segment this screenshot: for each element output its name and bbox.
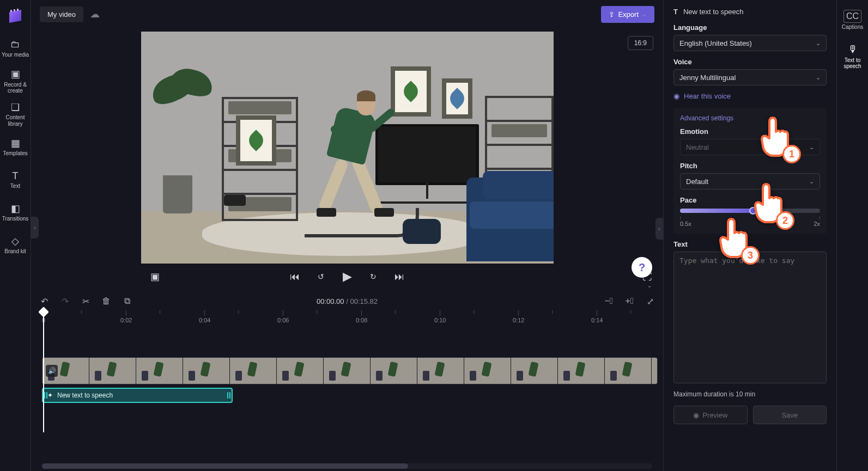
preview-label: Preview bbox=[702, 411, 727, 419]
panel-collapse-chevron[interactable]: ⌄ bbox=[641, 281, 658, 290]
text-to-speech-tab[interactable]: 🎙 Text to speech bbox=[837, 39, 869, 73]
tts-text-input[interactable] bbox=[673, 252, 827, 383]
clip-trim-handle-left[interactable] bbox=[43, 389, 48, 402]
rail-your-media[interactable]: 🗀Your media bbox=[0, 34, 31, 63]
rail-label: Content library bbox=[1, 114, 30, 127]
captions-tab[interactable]: CC Captions bbox=[837, 7, 869, 34]
topbar: My video ☁︎ ⇪ Export ⌄ bbox=[31, 0, 663, 28]
delete-button[interactable]: 🗑 bbox=[101, 296, 112, 307]
rail-label: Record & create bbox=[1, 82, 30, 94]
ruler-mark: 0:10 bbox=[434, 317, 446, 323]
timeline-tracks[interactable]: 🔊 ✦ New text to speech bbox=[31, 323, 663, 471]
language-value: English (United States) bbox=[679, 39, 752, 47]
video-clip[interactable]: 🔊 bbox=[42, 357, 658, 384]
svg-rect-1 bbox=[14, 9, 15, 11]
clip-audio-icon[interactable]: 🔊 bbox=[46, 365, 58, 377]
emotion-label: Emotion bbox=[680, 127, 820, 136]
preview-area: 16:9 bbox=[31, 28, 663, 292]
fit-timeline-button[interactable]: ⤢ bbox=[645, 296, 655, 307]
timeline-toolbar: ↶ ↷ ✂ 🗑 ⧉ 00:00.00 / 00:15.82 −⃝ +⃝ ⤢ bbox=[31, 292, 663, 310]
pace-min-label: 0.5x bbox=[680, 221, 691, 227]
redo-button[interactable]: ↷ bbox=[59, 296, 70, 307]
pitch-value: Default bbox=[686, 178, 708, 186]
autosave-icon: ☁︎ bbox=[90, 8, 100, 20]
voice-label: Voice bbox=[673, 58, 827, 66]
voice-select[interactable]: Jenny Multilingual ⌄ bbox=[673, 69, 827, 85]
transport-bar: ▣ ⏮ ↺ ▶ ↻ ⏭ ⛶ bbox=[31, 264, 663, 290]
left-rail: 🗀Your media ▣Record & create ❏Content li… bbox=[0, 0, 31, 471]
voice-value: Jenny Multilingual bbox=[679, 74, 736, 82]
rail-label: Your media bbox=[2, 52, 29, 58]
rail-label: Templates bbox=[3, 150, 28, 157]
help-button[interactable]: ? bbox=[632, 257, 652, 278]
chevron-down-icon: ⌄ bbox=[816, 40, 821, 47]
aspect-ratio-button[interactable]: 16:9 bbox=[628, 36, 653, 50]
app-logo-icon bbox=[7, 8, 23, 24]
chevron-down-icon: ⌄ bbox=[809, 178, 814, 185]
rewind-5-button[interactable]: ↺ bbox=[315, 271, 327, 283]
tts-panel-title: New text to speech bbox=[683, 8, 744, 16]
export-label: Export bbox=[618, 10, 639, 19]
folder-icon: 🗀 bbox=[10, 39, 20, 50]
save-label: Save bbox=[781, 411, 798, 419]
svg-rect-2 bbox=[17, 9, 19, 11]
zoom-in-button[interactable]: +⃝ bbox=[624, 296, 635, 307]
timeline-ruler[interactable]: 0 0:02 0:04 0:06 0:08 0:10 0:12 0:14 bbox=[31, 310, 663, 323]
max-duration-hint: Maximum duration is 10 min bbox=[673, 390, 827, 398]
zoom-out-button[interactable]: −⃝ bbox=[603, 296, 614, 307]
captions-icon: CC bbox=[843, 10, 861, 23]
annotation-badge-3: 3 bbox=[741, 246, 760, 265]
svg-rect-0 bbox=[10, 10, 12, 12]
far-right-rail: CC Captions 🎙 Text to speech bbox=[836, 0, 868, 471]
annotation-hand-3: 3 bbox=[713, 218, 753, 262]
language-select[interactable]: English (United States) ⌄ bbox=[673, 35, 827, 51]
rail-brand-kit[interactable]: ◇Brand kit bbox=[0, 230, 31, 260]
microphone-icon: 🎙 bbox=[846, 42, 860, 56]
right-panel-collapse-handle[interactable]: › bbox=[655, 218, 663, 240]
ruler-zero: 0 bbox=[42, 317, 45, 323]
ruler-mark: 0:02 bbox=[120, 317, 132, 323]
tts-clip-label: New text to speech bbox=[57, 392, 113, 399]
undo-button[interactable]: ↶ bbox=[39, 296, 50, 307]
annotation-hand-1: 1 bbox=[754, 117, 794, 161]
duplicate-button[interactable]: ⧉ bbox=[122, 296, 132, 307]
preview-button[interactable]: ◉ Preview bbox=[673, 406, 748, 424]
camera-icon: ▣ bbox=[11, 69, 20, 80]
tts-clip[interactable]: ✦ New text to speech bbox=[42, 388, 233, 403]
skip-next-button[interactable]: ⏭ bbox=[393, 271, 405, 283]
rail-transitions[interactable]: ◧Transitions bbox=[0, 198, 31, 227]
rail-label: Brand kit bbox=[4, 248, 26, 255]
play-circle-icon: ◉ bbox=[693, 411, 699, 419]
brandkit-icon: ◇ bbox=[11, 236, 19, 247]
forward-5-button[interactable]: ↻ bbox=[367, 271, 379, 283]
timeline-scrollbar[interactable] bbox=[42, 463, 652, 469]
text-icon: T bbox=[13, 170, 19, 182]
save-button[interactable]: Save bbox=[753, 406, 827, 424]
hear-voice-button[interactable]: ◉ Hear this voice bbox=[673, 92, 827, 100]
rail-text[interactable]: TText bbox=[0, 165, 31, 194]
project-name[interactable]: My video bbox=[40, 7, 83, 22]
export-button[interactable]: ⇪ Export ⌄ bbox=[601, 6, 654, 23]
text-icon: T bbox=[673, 8, 678, 16]
safe-zone-toggle[interactable]: ▣ bbox=[149, 271, 161, 283]
split-button[interactable]: ✂ bbox=[80, 296, 91, 307]
captions-label: Captions bbox=[842, 24, 863, 30]
chevron-down-icon: ⌄ bbox=[809, 144, 814, 151]
skip-prev-button[interactable]: ⏮ bbox=[289, 271, 301, 283]
play-button[interactable]: ▶ bbox=[341, 271, 353, 283]
timecode-display: 00:00.00 / 00:15.82 bbox=[317, 297, 378, 305]
video-preview[interactable] bbox=[141, 32, 554, 264]
current-time: 00:00.00 bbox=[317, 297, 344, 305]
ruler-mark: 0:14 bbox=[591, 317, 603, 323]
annotation-badge-1: 1 bbox=[782, 145, 801, 163]
library-icon: ❏ bbox=[11, 102, 20, 113]
transitions-icon: ◧ bbox=[11, 203, 20, 215]
rail-content-library[interactable]: ❏Content library bbox=[0, 100, 31, 130]
rail-record-create[interactable]: ▣Record & create bbox=[0, 66, 31, 96]
rail-templates[interactable]: ▦Templates bbox=[0, 132, 31, 162]
chevron-down-icon: ⌄ bbox=[642, 11, 647, 18]
ruler-mark: 0:12 bbox=[513, 317, 524, 323]
pitch-label: Pitch bbox=[680, 162, 820, 170]
ruler-mark: 0:08 bbox=[356, 317, 367, 323]
clip-trim-handle-right[interactable] bbox=[226, 389, 232, 402]
